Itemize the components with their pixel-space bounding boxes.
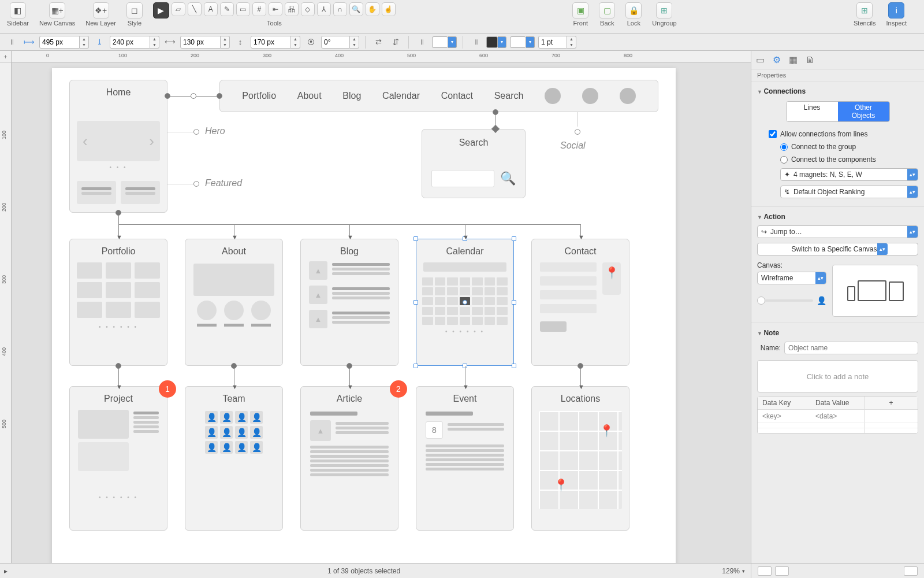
stroke-width-input[interactable] <box>538 36 567 49</box>
tab-other-objects[interactable]: Other Objects <box>838 102 889 121</box>
ruler-vertical[interactable]: 100 200 300 400 500 <box>0 62 12 563</box>
width-input[interactable] <box>180 36 221 49</box>
inspector-tab-document-icon[interactable]: 🗎 <box>806 55 815 65</box>
style-fill-swatch[interactable] <box>758 566 772 576</box>
lock-button[interactable]: 🔒 <box>625 2 642 18</box>
allow-connections-checkbox[interactable] <box>769 130 777 138</box>
zoom-dropdown-icon[interactable]: ▾ <box>742 568 745 574</box>
new-canvas-button[interactable]: ▦+ <box>49 2 65 18</box>
grid-tool[interactable]: # <box>252 2 266 16</box>
connector-tool[interactable]: ⅄ <box>317 2 331 16</box>
style-stroke-swatch[interactable] <box>775 566 789 576</box>
canvas-menu-icon[interactable]: ▸ <box>0 567 12 575</box>
wireframe-contact[interactable]: Contact 📍 <box>531 239 629 366</box>
nav-item[interactable]: Search <box>494 91 524 101</box>
stencils-button[interactable]: ⊞ <box>856 2 873 18</box>
ruler-toggle-icon[interactable]: ⦀ <box>5 36 18 49</box>
x-input[interactable] <box>39 36 80 49</box>
height-input[interactable] <box>251 36 291 49</box>
canvas-page[interactable]: Home ‹ › • • • Portfolio About <box>52 68 676 563</box>
connect-group-radio[interactable] <box>780 143 788 151</box>
y-stepper[interactable]: ▲▼ <box>150 36 159 49</box>
selection-handle[interactable] <box>413 364 418 368</box>
ruler-origin[interactable]: + <box>0 51 12 62</box>
stroke-style-icon[interactable]: ⦀ <box>469 36 483 49</box>
search-icon[interactable]: 🔍 <box>500 171 516 186</box>
send-back-button[interactable]: ▢ <box>599 2 615 18</box>
rotation-input[interactable] <box>321 36 350 49</box>
wireframe-search[interactable]: Search 🔍 <box>422 129 526 198</box>
selection-handle[interactable] <box>512 236 516 241</box>
h-stepper[interactable]: ▲▼ <box>291 36 300 49</box>
bring-front-button[interactable]: ▣ <box>572 2 588 18</box>
selection-handle[interactable] <box>512 364 516 368</box>
canvas-area[interactable]: + 0 100 200 300 400 500 600 700 800 100 … <box>0 51 751 563</box>
selection-tool[interactable]: ▶ <box>153 2 169 18</box>
wireframe-about[interactable]: About <box>185 239 283 366</box>
carousel-prev-icon[interactable]: ‹ <box>83 132 88 150</box>
tab-lines[interactable]: Lines <box>787 102 838 121</box>
inspector-tab-canvas-icon[interactable]: ▦ <box>789 54 798 65</box>
add-data-button[interactable]: + <box>864 397 918 409</box>
canvas-select[interactable]: Wireframe ▴▾ <box>757 272 826 284</box>
ranking-select[interactable]: ↯Default Object Ranking ▴▾ <box>780 186 918 198</box>
data-key-cell[interactable]: <key> <box>758 410 811 423</box>
fill-swatch[interactable] <box>432 36 448 48</box>
zoom-tool[interactable]: 🔍 <box>349 2 363 16</box>
x-stepper[interactable]: ▲▼ <box>80 36 89 49</box>
action-target-select[interactable]: Switch to a Specific Canvas ▴▾ <box>757 243 918 255</box>
text-tool[interactable]: A <box>204 2 218 16</box>
selection-handle[interactable] <box>512 300 516 305</box>
inspector-tab-geometry-icon[interactable]: ▭ <box>756 54 765 65</box>
wireframe-locations[interactable]: Locations 📍 📍 <box>531 386 629 531</box>
stroke-dropdown[interactable]: ▾ <box>498 36 506 48</box>
wireframe-project[interactable]: Project • • • • • • <box>69 386 167 531</box>
data-value-cell[interactable]: <data> <box>811 410 864 423</box>
inspector-tab-properties-icon[interactable]: ⚙ <box>773 54 781 65</box>
ungroup-button[interactable]: ⊞ <box>656 2 672 18</box>
magnet-tool[interactable]: ∩ <box>333 2 347 16</box>
note-textarea[interactable]: Click to add a note <box>757 360 918 392</box>
selection-handle[interactable] <box>413 236 418 241</box>
inspect-button[interactable]: i <box>888 2 904 18</box>
nav-item[interactable]: Calendar <box>382 91 420 101</box>
carousel-next-icon[interactable]: › <box>149 132 154 150</box>
stroke-stepper[interactable]: ▲▼ <box>567 36 576 49</box>
connections-section-title[interactable]: Connections <box>757 85 918 98</box>
shape-tool[interactable]: ▱ <box>172 2 185 16</box>
pen-tool[interactable]: ✎ <box>220 2 234 16</box>
sidebar-toggle-button[interactable]: ◧ <box>10 2 26 18</box>
artboard-tool[interactable]: ▭ <box>236 2 250 16</box>
wireframe-portfolio[interactable]: Portfolio • • • • • • <box>69 239 167 366</box>
wireframe-team[interactable]: Team 👤👤👤👤 👤👤👤👤 👤👤👤👤 <box>185 386 283 531</box>
w-stepper[interactable]: ▲▼ <box>221 36 230 49</box>
rot-stepper[interactable]: ▲▼ <box>350 36 359 49</box>
nav-item[interactable]: Contact <box>441 91 473 101</box>
action-type-select[interactable]: ↪Jump to… ▴▾ <box>757 225 918 238</box>
hierarchy-tool[interactable]: 品 <box>285 2 299 16</box>
flip-h-icon[interactable]: ⇄ <box>371 36 385 49</box>
expand-tool[interactable]: ⇤ <box>269 2 282 16</box>
selection-handle[interactable] <box>413 300 418 305</box>
y-input[interactable] <box>110 36 150 49</box>
selection-center-handle[interactable] <box>463 300 467 305</box>
new-layer-button[interactable]: ❖+ <box>93 2 109 18</box>
ruler-horizontal[interactable]: 0 100 200 300 400 500 600 700 800 <box>12 51 751 62</box>
stroke-pattern-dropdown[interactable]: ▾ <box>526 36 535 48</box>
stroke-pattern[interactable] <box>510 36 526 48</box>
connect-components-radio[interactable] <box>780 156 788 164</box>
note-section-title[interactable]: Note <box>757 327 918 339</box>
line-tool[interactable]: ╲ <box>188 2 202 16</box>
style-text-swatch[interactable] <box>904 566 918 576</box>
nav-item[interactable]: Portfolio <box>242 91 276 101</box>
object-name-input[interactable] <box>784 342 918 354</box>
zoom-slider-handle[interactable] <box>757 297 765 305</box>
search-field[interactable] <box>431 170 494 187</box>
hand-tool[interactable]: ✋ <box>366 2 379 16</box>
wireframe-event[interactable]: Event 8 <box>416 386 514 531</box>
diamond-tool[interactable]: ◇ <box>301 2 315 16</box>
flip-v-icon[interactable]: ⇵ <box>389 36 403 49</box>
wireframe-blog[interactable]: Blog ▲ ▲ ▲ <box>300 239 398 366</box>
magnets-select[interactable]: ✦4 magnets: N, S, E, W ▴▾ <box>780 168 918 181</box>
stroke-swatch[interactable] <box>486 36 498 48</box>
